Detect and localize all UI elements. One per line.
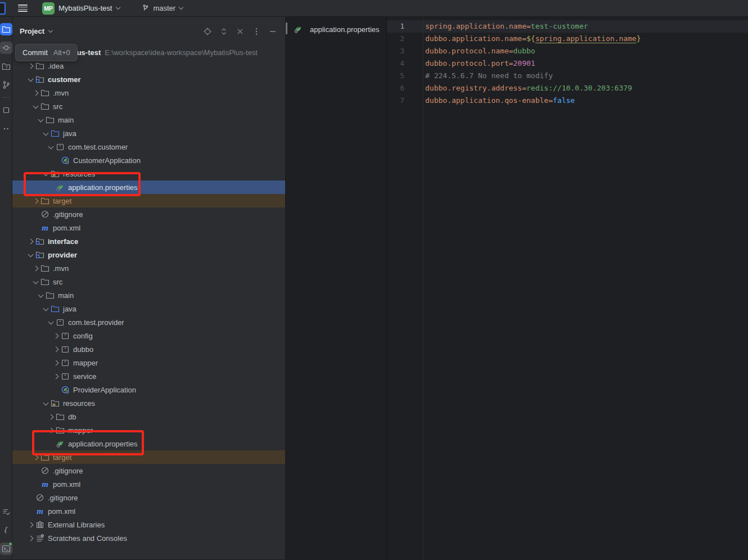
tree-item-config[interactable]: config <box>12 329 285 342</box>
tree-item--mvn[interactable]: .mvn <box>12 261 285 275</box>
tree-item-provider[interactable]: provider <box>12 248 285 261</box>
code-line-2[interactable]: 2dubbo.application.name=${spring.applica… <box>387 33 748 45</box>
project-widget[interactable]: MP MybatisPlus-test <box>40 1 123 16</box>
chevron-collapsed-icon[interactable] <box>47 426 56 435</box>
branch-widget[interactable]: master <box>141 4 184 12</box>
tree-item--gitignore[interactable]: .gitignore <box>12 207 285 221</box>
line-number[interactable]: 7 <box>387 94 423 107</box>
tree-item--mvn[interactable]: .mvn <box>12 86 285 100</box>
line-number[interactable]: 2 <box>387 33 423 45</box>
code-line-6[interactable]: 6dubbo.registry.address=redis://10.0.30.… <box>387 82 748 94</box>
resources-folder-icon <box>51 399 60 408</box>
code-line-7[interactable]: 7dubbo.application.qos-enable=false <box>387 94 748 107</box>
chevron-expanded-icon[interactable] <box>42 304 51 313</box>
tree-item--gitignore[interactable]: .gitignore <box>12 491 285 504</box>
tooltip-shortcut: Alt+0 <box>53 48 70 57</box>
tree-item-external-libraries[interactable]: External Libraries <box>12 518 285 531</box>
tree-item-scratches-and-consoles[interactable]: Scratches and Consoles <box>12 531 285 545</box>
structure-icon[interactable] <box>0 104 12 116</box>
chevron-expanded-icon[interactable] <box>31 102 40 111</box>
chevron-expanded-icon[interactable] <box>26 75 35 84</box>
chevron-collapsed-icon[interactable] <box>31 196 40 205</box>
chevron-collapsed-icon[interactable] <box>31 264 40 273</box>
tree-item-customerapplication[interactable]: CustomerApplication <box>12 153 285 167</box>
tree-item-pom-xml[interactable]: mpom.xml <box>12 504 285 518</box>
main-menu-icon[interactable] <box>18 4 28 12</box>
chevron-collapsed-icon[interactable] <box>26 520 35 529</box>
more-tools-icon[interactable] <box>0 123 12 135</box>
tree-item-interface[interactable]: interface <box>12 234 285 248</box>
chevron-collapsed-icon[interactable] <box>31 88 40 97</box>
code-line-1[interactable]: 1spring.application.name=test-customer <box>387 20 748 33</box>
expand-all-icon[interactable] <box>219 27 228 36</box>
tree-item-src[interactable]: src <box>12 100 285 113</box>
panel-title[interactable]: Project <box>20 27 44 35</box>
tree-item-db[interactable]: db <box>12 410 285 423</box>
collapse-all-icon[interactable] <box>236 27 245 36</box>
chevron-down-icon[interactable] <box>48 29 53 34</box>
tree-item-src[interactable]: src <box>12 275 285 288</box>
chevron-collapsed-icon[interactable] <box>47 412 56 421</box>
tree-item-mapper[interactable]: mapper <box>12 356 285 369</box>
tree-item-java[interactable]: java <box>12 127 285 140</box>
tree-item-label: CustomerApplication <box>73 156 141 165</box>
code-line-4[interactable]: 4dubbo.protocol.port=20901 <box>387 57 748 70</box>
tree-item-target[interactable]: target <box>12 450 285 464</box>
chevron-placeholder <box>52 156 61 165</box>
chevron-expanded-icon[interactable] <box>42 399 51 408</box>
tree-item-java[interactable]: java <box>12 302 285 315</box>
tree-item-pom-xml[interactable]: mpom.xml <box>12 477 285 491</box>
tree-item--gitignore[interactable]: .gitignore <box>12 464 285 477</box>
chevron-collapsed-icon[interactable] <box>52 372 61 381</box>
editor-tab-application-properties[interactable]: application.properties × <box>286 22 386 37</box>
chevron-collapsed-icon[interactable] <box>26 534 35 543</box>
tree-item-pom-xml[interactable]: mpom.xml <box>12 221 285 234</box>
chevron-collapsed-icon[interactable] <box>26 61 35 70</box>
line-number[interactable]: 3 <box>387 45 423 57</box>
chevron-expanded-icon[interactable] <box>42 129 51 138</box>
code-editor[interactable]: 1spring.application.name=test-customer2d… <box>387 17 748 559</box>
line-number[interactable]: 5 <box>387 70 423 82</box>
chevron-collapsed-icon[interactable] <box>52 331 61 340</box>
line-number[interactable]: 6 <box>387 82 423 94</box>
code-line-3[interactable]: 3dubbo.protocol.name=dubbo <box>387 45 748 57</box>
tree-item-application-properties[interactable]: application.properties <box>12 437 285 450</box>
chevron-expanded-icon[interactable] <box>47 142 56 151</box>
terminal-icon[interactable] <box>0 543 12 555</box>
tree-item-service[interactable]: service <box>12 369 285 383</box>
line-number[interactable]: 1 <box>387 20 423 33</box>
tree-item-main[interactable]: main <box>12 288 285 302</box>
chevron-expanded-icon[interactable] <box>37 115 46 124</box>
chevron-collapsed-icon[interactable] <box>31 453 40 462</box>
tree-item-resources[interactable]: resources <box>12 167 285 180</box>
tree-item-main[interactable]: main <box>12 113 285 127</box>
tree-item-dubbo[interactable]: dubbo <box>12 342 285 356</box>
chevron-collapsed-icon[interactable] <box>52 358 61 367</box>
tree-item-mapper[interactable]: mapper <box>12 423 285 437</box>
chevron-expanded-icon[interactable] <box>37 291 46 300</box>
chevron-collapsed-icon[interactable] <box>52 345 61 354</box>
problems-icon[interactable] <box>0 524 12 536</box>
pull-requests-icon[interactable]: ? <box>0 60 12 73</box>
locate-icon[interactable] <box>203 27 212 36</box>
services-icon[interactable] <box>0 505 12 518</box>
chevron-expanded-icon[interactable] <box>26 250 35 259</box>
chevron-expanded-icon[interactable] <box>47 318 56 327</box>
hide-panel-icon[interactable] <box>268 27 277 36</box>
code-line-5[interactable]: 5# 224.5.6.7 No need to modify <box>387 70 748 82</box>
more-options-icon[interactable] <box>252 27 261 36</box>
project-icon[interactable] <box>0 23 12 35</box>
tree-item-customer[interactable]: customer <box>12 73 285 86</box>
chevron-expanded-icon[interactable] <box>42 169 51 178</box>
tree-item-application-properties[interactable]: application.properties <box>12 180 285 194</box>
branch-icon[interactable] <box>0 79 12 91</box>
chevron-expanded-icon[interactable] <box>31 277 40 286</box>
tree-item-com-test-customer[interactable]: com.test.customer <box>12 140 285 153</box>
line-number[interactable]: 4 <box>387 57 423 70</box>
tree-item-providerapplication[interactable]: ProviderApplication <box>12 383 285 396</box>
tree-item-com-test-provider[interactable]: com.test.provider <box>12 315 285 329</box>
tree-item-resources[interactable]: resources <box>12 396 285 410</box>
commit-icon[interactable] <box>0 42 12 54</box>
chevron-collapsed-icon[interactable] <box>26 237 35 246</box>
tree-item-target[interactable]: target <box>12 194 285 207</box>
